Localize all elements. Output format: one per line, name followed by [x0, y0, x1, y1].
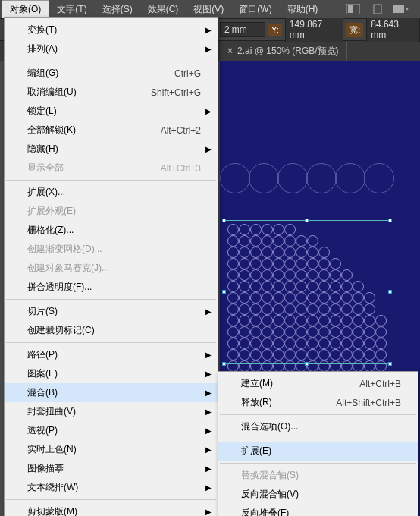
x-value[interactable]: 2 mm — [220, 22, 265, 37]
submenu-arrow-icon: ▶ — [205, 107, 212, 115]
menu-shortcut: Alt+Shift+Ctrl+B — [336, 398, 401, 408]
menu-separator — [220, 414, 416, 415]
menu-item[interactable]: 建立(M)Alt+Ctrl+B — [218, 374, 418, 393]
menu-item[interactable]: 图像描摹▶ — [5, 459, 218, 478]
menu-item[interactable]: 扩展(E) — [218, 442, 418, 461]
menu-item-label: 排列(A) — [27, 42, 58, 55]
submenu-arrow-icon: ▶ — [205, 45, 212, 53]
handle-mr[interactable] — [388, 290, 392, 294]
menu-item[interactable]: 取消编组(U)Shift+Ctrl+G — [5, 83, 218, 102]
menu-item-label: 创建裁切标记(C) — [27, 324, 95, 337]
menu-item[interactable]: 释放(R)Alt+Shift+Ctrl+B — [218, 393, 418, 412]
workspace-icon[interactable] — [393, 2, 411, 17]
y-label: Y: — [268, 24, 282, 36]
submenu-arrow-icon: ▶ — [205, 426, 212, 435]
object-menu: 变换(T)▶排列(A)▶编组(G)Ctrl+G取消编组(U)Shift+Ctrl… — [4, 17, 218, 516]
menu-item-label: 锁定(L) — [27, 105, 57, 118]
submenu-arrow-icon: ▶ — [205, 445, 212, 454]
submenu-arrow-icon: ▶ — [205, 145, 212, 153]
menu-item-label: 创建对象马赛克(J)... — [27, 262, 109, 275]
menu-item-label: 释放(R) — [241, 396, 272, 409]
menu-separator — [220, 439, 416, 439]
menu-item[interactable]: 隐藏(H)▶ — [5, 140, 218, 159]
submenu-arrow-icon: ▶ — [205, 508, 212, 516]
submenu-arrow-icon: ▶ — [205, 389, 212, 397]
menu-item[interactable]: 反向混合轴(V) — [218, 485, 418, 504]
menu-item-label: 图像描摹 — [27, 462, 64, 475]
close-icon[interactable]: × — [227, 46, 233, 56]
menu-item-label: 变换(T) — [27, 24, 57, 36]
menu-item: 扩展外观(E) — [5, 202, 218, 221]
svg-rect-1 — [348, 5, 353, 13]
menu-item[interactable]: 变换(T)▶ — [5, 20, 218, 39]
menu-separator — [6, 180, 216, 181]
menu-select[interactable]: 选择(S) — [95, 1, 140, 18]
menu-item[interactable]: 排列(A)▶ — [5, 39, 218, 58]
handle-br[interactable] — [388, 362, 392, 366]
menu-item[interactable]: 剪切蒙版(M)▶ — [5, 502, 218, 516]
submenu-arrow-icon: ▶ — [205, 407, 212, 416]
menu-item-label: 栅格化(Z)... — [27, 224, 74, 237]
menu-type[interactable]: 文字(T) — [49, 1, 94, 18]
menu-shortcut: Alt+Ctrl+3 — [161, 163, 201, 174]
handle-tl[interactable] — [222, 219, 226, 222]
w-label: 宽: — [346, 23, 363, 37]
menu-item[interactable]: 图案(E)▶ — [5, 364, 218, 383]
w-value[interactable]: 84.643 mm — [366, 17, 420, 42]
menu-item-label: 取消编组(U) — [27, 86, 77, 99]
menu-view[interactable]: 视图(V) — [186, 1, 231, 18]
menu-item-label: 建立(M) — [241, 377, 273, 390]
menu-window[interactable]: 窗口(W) — [231, 1, 279, 18]
menu-item-label: 剪切蒙版(M) — [27, 505, 77, 516]
menu-item: 显示全部Alt+Ctrl+3 — [5, 159, 218, 178]
menu-separator — [6, 342, 216, 343]
menu-item[interactable]: 切片(S)▶ — [5, 302, 218, 321]
document-tab[interactable]: × 2.ai @ 150% (RGB/预览) — [220, 42, 347, 61]
menu-item-label: 混合选项(O)... — [241, 420, 298, 433]
menu-item-label: 切片(S) — [27, 305, 58, 318]
menu-item[interactable]: 混合选项(O)... — [218, 417, 418, 436]
menu-item[interactable]: 扩展(X)... — [5, 183, 218, 202]
menu-object[interactable]: 对象(O) — [2, 0, 49, 18]
menu-item[interactable]: 混合(B)▶ — [5, 383, 218, 402]
menubar: 对象(O) 文字(T) 选择(S) 效果(C) 视图(V) 窗口(W) 帮助(H… — [0, 0, 420, 18]
menu-item: 替换混合轴(S) — [218, 466, 418, 485]
tab-label: 2.ai @ 150% (RGB/预览) — [237, 45, 339, 58]
menu-shortcut: Alt+Ctrl+2 — [161, 125, 201, 136]
doc-icon[interactable] — [368, 2, 387, 17]
menu-item[interactable]: 封套扭曲(V)▶ — [5, 402, 218, 421]
menu-item[interactable]: 拼合透明度(F)... — [5, 278, 218, 297]
menu-item[interactable]: 文本绕排(W)▶ — [5, 478, 218, 497]
layout-icon[interactable] — [344, 2, 362, 17]
menubar-right — [344, 2, 418, 17]
menu-item-label: 编组(G) — [27, 67, 58, 80]
handle-bl[interactable] — [222, 362, 226, 366]
menu-help[interactable]: 帮助(H) — [280, 1, 326, 18]
menu-item[interactable]: 栅格化(Z)... — [5, 221, 218, 240]
menu-effect[interactable]: 效果(C) — [140, 1, 186, 18]
menu-item-label: 透视(P) — [27, 424, 58, 437]
menu-shortcut: Alt+Ctrl+B — [359, 379, 401, 389]
menu-item-label: 替换混合轴(S) — [241, 469, 299, 482]
blend-submenu: 建立(M)Alt+Ctrl+B释放(R)Alt+Shift+Ctrl+B混合选项… — [218, 371, 418, 516]
svg-rect-2 — [374, 5, 381, 14]
menu-item[interactable]: 全部解锁(K)Alt+Ctrl+2 — [5, 121, 218, 140]
submenu-arrow-icon: ▶ — [205, 26, 212, 34]
menu-item[interactable]: 路径(P)▶ — [5, 345, 218, 364]
handle-tr[interactable] — [388, 219, 392, 222]
menu-item[interactable]: 创建裁切标记(C) — [5, 321, 218, 340]
menu-item[interactable]: 透视(P)▶ — [5, 421, 218, 440]
menu-item[interactable]: 锁定(L)▶ — [5, 102, 218, 121]
menu-item-label: 文本绕排(W) — [27, 481, 78, 494]
menu-item-label: 创建渐变网格(D)... — [27, 243, 102, 256]
menu-item-label: 反向混合轴(V) — [241, 488, 299, 501]
submenu-arrow-icon: ▶ — [205, 351, 212, 359]
menu-item[interactable]: 反向堆叠(F) — [218, 504, 418, 516]
handle-ml[interactable] — [222, 290, 226, 294]
y-value[interactable]: 149.867 mm — [285, 17, 343, 42]
menu-item-label: 混合(B) — [27, 386, 58, 399]
menu-item[interactable]: 编组(G)Ctrl+G — [5, 64, 218, 83]
submenu-arrow-icon: ▶ — [205, 370, 212, 378]
menu-item[interactable]: 实时上色(N)▶ — [5, 440, 218, 459]
handle-tm[interactable] — [305, 219, 309, 222]
